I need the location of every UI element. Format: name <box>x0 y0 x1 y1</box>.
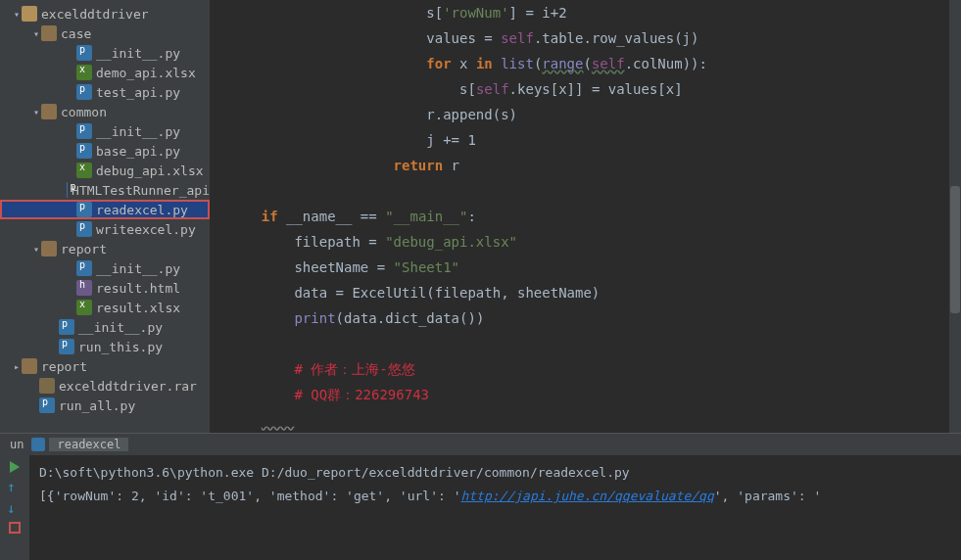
tree-label: demo_api.xlsx <box>96 66 196 80</box>
tree-item-test-api-py[interactable]: test_api.py <box>0 82 210 102</box>
tree-item-case[interactable]: ▾case <box>0 23 210 43</box>
dir-icon <box>41 25 57 41</box>
proj-icon <box>22 6 37 22</box>
tree-item-readexcel-py[interactable]: readexcel.py <box>0 200 210 219</box>
down-button[interactable]: ↓ <box>7 500 23 516</box>
tree-item-base-api-py[interactable]: base_api.py <box>0 141 210 161</box>
expand-icon[interactable]: ▾ <box>12 9 22 20</box>
console-line: [{'rowNum': 2, 'id': 't_001', 'method': … <box>39 485 951 508</box>
tree-label: __init__.py <box>96 46 180 61</box>
py-icon <box>59 319 74 335</box>
tree-item-result-xlsx[interactable]: result.xlsx <box>0 298 210 317</box>
tree-item--init-py[interactable]: __init__.py <box>0 317 210 337</box>
tree-label: result.xlsx <box>96 301 180 315</box>
tree-item-htmltestrunner-api[interactable]: HTMLTestRunner_api <box>0 180 210 200</box>
run-tab[interactable]: un <box>2 438 31 451</box>
py-icon <box>76 45 92 61</box>
tree-label: report <box>41 359 87 374</box>
tree-label: result.html <box>96 281 180 296</box>
tree-label: base_api.py <box>96 144 180 159</box>
python-icon <box>31 438 45 451</box>
tree-item--init-py[interactable]: __init__.py <box>0 121 210 141</box>
xlsx-icon <box>76 65 92 80</box>
code-editor[interactable]: s['rowNum'] = i+2 values = self.table.ro… <box>211 0 961 433</box>
editor-scrollbar[interactable] <box>949 0 961 433</box>
tree-item-demo-api-xlsx[interactable]: demo_api.xlsx <box>0 63 210 82</box>
py-icon <box>76 84 92 100</box>
tree-label: run_all.py <box>59 398 135 413</box>
tree-item-run-this-py[interactable]: run_this.py <box>0 337 210 356</box>
xlsx-icon <box>76 300 92 315</box>
tree-label: case <box>61 26 91 41</box>
rerun-button[interactable] <box>10 461 20 473</box>
console-output[interactable]: D:\soft\python3.6\python.exe D:/duo_repo… <box>29 455 961 560</box>
tree-item-excelddtdriver-rar[interactable]: excelddtdriver.rar <box>0 376 210 396</box>
console-cmd: D:\soft\python3.6\python.exe D:/duo_repo… <box>39 461 951 485</box>
py-icon <box>59 339 74 354</box>
py-icon <box>39 397 55 413</box>
expand-icon[interactable]: ▾ <box>31 244 41 255</box>
url-link[interactable]: http://japi.juhe.cn/qqevaluate/qq <box>460 489 713 503</box>
tree-label: test_api.py <box>96 85 180 100</box>
rar-icon <box>39 378 55 394</box>
tree-item-writeexcel-py[interactable]: writeexcel.py <box>0 219 210 239</box>
tree-label: writeexcel.py <box>96 222 196 237</box>
tree-label: common <box>61 105 107 119</box>
py-icon <box>76 221 92 237</box>
tree-label: __init__.py <box>78 320 163 335</box>
tree-label: __init__.py <box>96 124 180 139</box>
tree-item-report[interactable]: ▸report <box>0 356 210 376</box>
config-tab[interactable]: readexcel <box>49 438 128 451</box>
tree-item-result-html[interactable]: result.html <box>0 278 210 298</box>
tree-item-run-all-py[interactable]: run_all.py <box>0 396 210 415</box>
tree-label: HTMLTestRunner_api <box>72 183 210 198</box>
expand-icon[interactable]: ▸ <box>12 361 22 372</box>
dir-icon <box>41 241 57 257</box>
tree-label: run_this.py <box>78 340 163 354</box>
tree-item--init-py[interactable]: __init__.py <box>0 43 210 63</box>
stop-button[interactable] <box>9 522 21 534</box>
py-icon <box>67 182 68 198</box>
tree-label: readexcel.py <box>96 203 188 217</box>
tree-item-debug-api-xlsx[interactable]: debug_api.xlsx <box>0 161 210 180</box>
run-tabbar: un readexcel <box>0 434 961 455</box>
code-text: s[ <box>426 5 443 21</box>
tree-item-common[interactable]: ▾common <box>0 102 210 121</box>
py-icon <box>76 202 92 217</box>
expand-icon[interactable]: ▾ <box>31 28 41 39</box>
tree-item-excelddtdriver[interactable]: ▾excelddtdriver <box>0 4 210 23</box>
tree-label: debug_api.xlsx <box>96 163 204 178</box>
tree-item-report[interactable]: ▾report <box>0 239 210 258</box>
py-icon <box>76 143 92 159</box>
tree-item--init-py[interactable]: __init__.py <box>0 258 210 278</box>
up-button[interactable]: ↑ <box>7 479 23 494</box>
dir-icon <box>41 104 57 119</box>
py-icon <box>76 260 92 276</box>
tree-label: excelddtdriver.rar <box>59 379 197 394</box>
py-icon <box>76 123 92 139</box>
dir-icon <box>22 358 37 374</box>
tree-label: report <box>61 242 107 257</box>
expand-icon[interactable]: ▾ <box>31 107 41 117</box>
project-tree[interactable]: ▾excelddtdriver▾case__init__.pydemo_api.… <box>0 0 211 433</box>
xlsx-icon <box>76 163 92 178</box>
tree-label: excelddtdriver <box>41 7 149 22</box>
html-icon <box>76 280 92 296</box>
run-gutter: ↑ ↓ <box>0 455 29 560</box>
tree-label: __init__.py <box>96 261 180 276</box>
